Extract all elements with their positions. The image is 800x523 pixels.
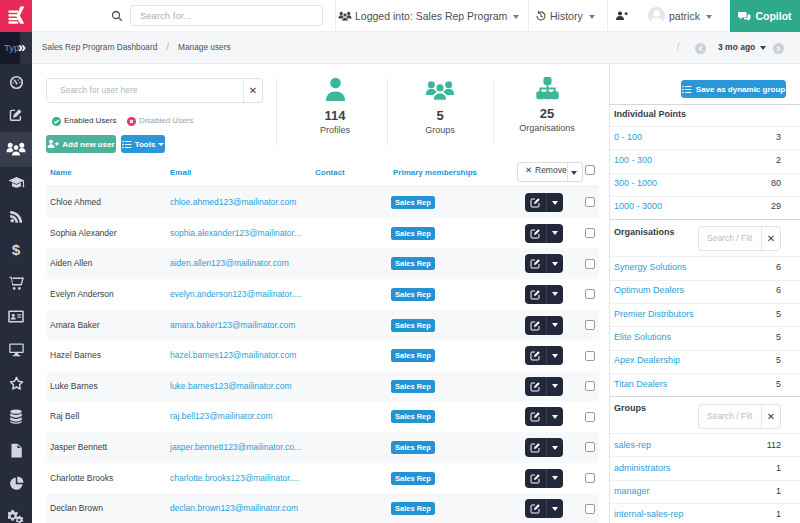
svg-text:$: $ — [12, 242, 21, 258]
